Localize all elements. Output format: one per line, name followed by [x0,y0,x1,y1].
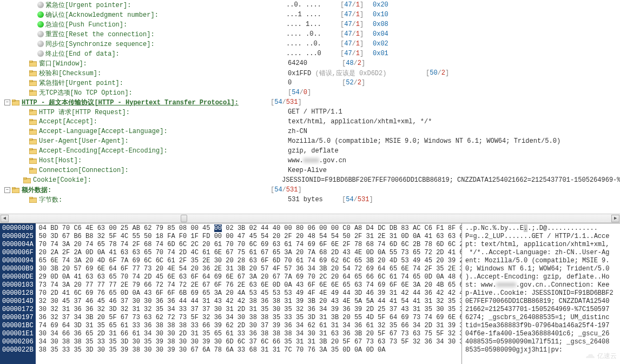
flag-reset[interactable]: 重置位[Reset the connection]:.... .0..[47/1… [0,29,620,39]
field-icon [29,80,37,86]
flag-bits: .... 1... [286,21,340,28]
svg-rect-29 [29,197,32,198]
field-ref: [50/2] [426,69,449,77]
field-icon [29,168,37,174]
http-connection[interactable]: Connection[Connection]:Keep-Alive [0,166,620,175]
tcp-checksum[interactable]: 校验和[Checksum]:0x1FFD (错误,应该是 0xD6D2)[50/… [0,68,620,78]
field-icon [29,158,37,164]
field-icon [29,109,37,115]
field-icon [23,177,31,183]
flag-ref: [47/1] [340,21,373,28]
flag-status-icon [37,11,44,18]
extra-section[interactable]: − 额外数据: [54/531] [0,185,620,195]
flag-status-icon [37,41,44,47]
extra-header-label: 额外数据: [22,186,271,195]
scroll-left-arrow[interactable]: ◄ [1,215,9,222]
flag-status-icon [37,50,44,57]
flag-hex: 0x08 [373,21,388,28]
http-accept-enc[interactable]: Accept-Encoding[Accept-Encoding]:gzip, d… [0,146,620,156]
flag-ref: [47/1] [340,1,373,9]
field-label: Cookie[Cookie]: [33,176,282,184]
svg-rect-25 [23,177,27,179]
field-value: gzip, deflate [288,147,339,155]
extra-bytes[interactable]: 字节数:531 bytes[54/531] [0,195,620,204]
field-label: Host[Host]: [39,157,288,164]
tcp-window[interactable]: 窗口[Window]:64240[48/2] [0,58,620,68]
field-label: 字节数: [39,195,288,204]
flag-label: 同步位[Synchronize sequence]: [45,39,286,49]
flag-bits: .... .0.. [286,30,340,38]
tcp-urgptr[interactable]: 紧急指针[Urgent point]:0[52/2] [0,78,620,88]
field-icon [29,70,37,76]
field-value: 531 bytes [288,196,342,203]
packet-tree[interactable]: 紧急位[Urgent pointer]:..0. ....[47/1]0x20确… [0,0,620,214]
hex-ascii[interactable]: ..p.Nc.%.by...E..;.D@............. P=g..… [462,223,620,364]
flag-bits: .... ..0. [286,40,340,48]
field-icon [29,119,37,125]
tcp-noopt[interactable]: 无TCP选项[No TCP Option]:[54/0] [0,88,620,97]
flag-ref: [47/1] [340,50,373,57]
svg-rect-23 [29,168,32,169]
flag-label: 紧急位[Urgent pointer]: [45,1,286,10]
field-value: JSESSIONID=F91BD6BBF20E7FEF70066DD1CBB86… [282,176,620,184]
flag-ref: [47/1] [340,11,373,18]
http-request[interactable]: HTTP 请求[HTTP Request]:GET / HTTP/1.1 [0,107,620,117]
http-section[interactable]: − HTTP - 超文本传输协议[HTTP - Hypertext Transf… [0,97,620,107]
flag-urgent[interactable]: 紧急位[Urgent pointer]:..0. ....[47/1]0x20 [0,0,620,10]
watermark: 亿速云 [584,352,617,361]
flag-bits: ...1 .... [286,11,340,18]
svg-rect-27 [12,187,15,189]
field-value: www.xxxx.gov.cn [288,157,346,164]
protocol-icon [12,100,19,105]
flag-hex: 0x04 [373,30,388,38]
field-value: Keep-Alive [288,167,327,174]
field-icon [29,61,37,67]
flag-ack[interactable]: 确认位[Acknowledgment number]:...1 ....[47/… [0,10,620,19]
horizontal-scrollbar[interactable]: ◄ ► [0,214,620,223]
hex-offsets: 00000000 00000025 0000004A 0000006F 0000… [0,223,36,364]
hex-dump[interactable]: 00000000 00000025 0000004A 0000006F 0000… [0,223,620,364]
svg-rect-9 [12,100,15,101]
flag-label: 确认位[Acknowledgment number]: [45,10,286,19]
flag-label: 重置位[Reset the connection]: [45,30,286,39]
flag-hex: 0x10 [373,11,388,18]
field-error: (错误,应该是 0xD6D2) [315,70,386,77]
field-ref: [52/2] [342,79,365,87]
svg-rect-15 [29,129,32,130]
http-accept-lang[interactable]: Accept-Language[Accept-Language]:zh-CN [0,127,620,136]
flag-syn[interactable]: 同步位[Synchronize sequence]:.... ..0.[47/1… [0,39,620,49]
field-value: zh-CN [288,128,307,135]
field-icon [29,197,37,203]
flag-hex: 0x01 [373,50,388,57]
http-cookie[interactable]: Cookie[Cookie]:JSESSIONID=F91BD6BBF20E7F… [0,175,620,185]
flag-label: 急迫位[Push Function]: [45,20,286,29]
flag-bits: ..0. .... [286,1,340,9]
field-icon [29,148,37,154]
scroll-right-arrow[interactable]: ► [611,215,619,222]
collapse-icon[interactable]: − [4,100,10,105]
flag-status-icon [37,31,44,37]
flag-hex: 0x02 [373,40,388,48]
http-user-agent[interactable]: User-Agent[User-Agent]:Mozilla/5.0 (comp… [0,136,620,146]
field-ref: [54/0] [288,89,311,96]
svg-rect-21 [29,158,32,160]
collapse-icon[interactable]: − [4,187,10,193]
field-label: User-Agent[User-Agent]: [39,137,288,145]
http-accept[interactable]: Accept[Accept]:text/html, application/xh… [0,117,620,127]
field-label: Accept[Accept]: [39,118,288,125]
scroll-thumb[interactable] [181,215,187,222]
flag-fin[interactable]: 终止位[End of data]:.... ...0[47/1]0x01 [0,49,620,58]
field-value: 0x1FFD [288,70,311,77]
flag-push[interactable]: 急迫位[Push Function]:.... 1...[47/1]0x08 [0,19,620,29]
svg-rect-1 [29,61,32,62]
hex-bytes[interactable]: 04 BD 70 C6 4E 63 00 25 AB 62 79 85 08 0… [36,223,462,364]
http-header-label: HTTP - 超文本传输协议[HTTP - Hypertext Transfer… [22,98,271,107]
svg-rect-17 [29,138,32,140]
field-value: Mozilla/5.0 (compatible; MSIE 9.0; Windo… [288,137,560,145]
http-host[interactable]: Host[Host]:www.xxxx.gov.cn [0,156,620,166]
svg-rect-7 [29,90,32,91]
svg-rect-3 [29,70,32,72]
flag-status-icon [37,21,44,28]
field-value: text/html, application/xhtml+xml, */* [288,118,432,125]
flag-label: 终止位[End of data]: [45,49,286,58]
